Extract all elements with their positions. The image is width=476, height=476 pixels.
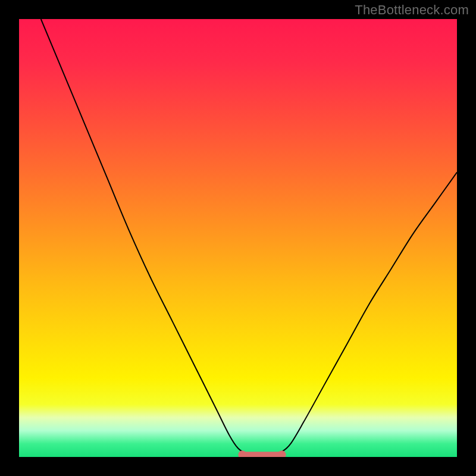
chart-frame: TheBottleneck.com xyxy=(0,0,476,476)
gradient-rect xyxy=(19,19,457,457)
plot-area xyxy=(19,19,457,457)
chart-svg xyxy=(19,19,457,457)
watermark-text: TheBottleneck.com xyxy=(355,2,469,18)
